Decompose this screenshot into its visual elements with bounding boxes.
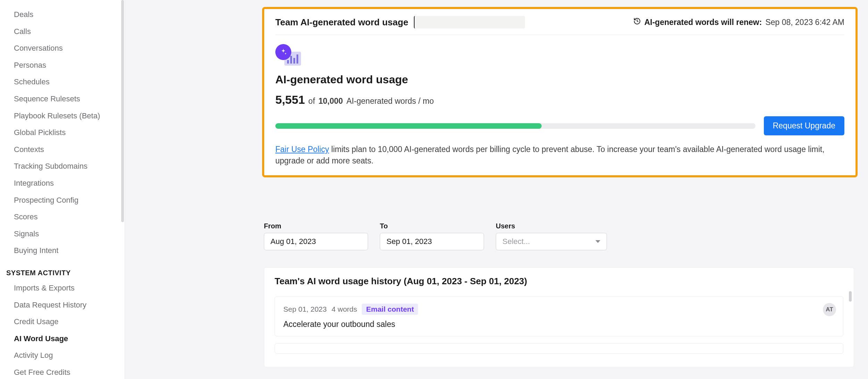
sidebar-item[interactable]: Sequence Rulesets (0, 91, 125, 108)
sidebar-item[interactable]: Integrations (0, 175, 125, 192)
history-card: Team's AI word usage history (Aug 01, 20… (264, 267, 854, 367)
usage-summary-card: Team AI-generated word usage AI-generate… (262, 7, 858, 177)
entry-body: Accelerate your outbound sales (283, 320, 835, 329)
sparkle-icon (275, 44, 291, 60)
sidebar-item[interactable]: Schedules (0, 74, 125, 91)
sidebar-item[interactable]: Imports & Exports (0, 280, 125, 297)
avatar[interactable]: AT (823, 303, 836, 316)
history-entry[interactable]: Sep 01, 20234 wordsEmail contentAccelera… (275, 296, 843, 336)
usage-icon (275, 44, 300, 65)
from-label: From (264, 222, 368, 230)
page-title: Team AI-generated word usage (275, 17, 408, 28)
renew-info: AI-generated words will renew: Sep 08, 2… (633, 17, 844, 27)
sidebar-item[interactable]: Scores (0, 209, 125, 226)
sidebar-item[interactable]: Conversations (0, 40, 125, 57)
request-upgrade-button[interactable]: Request Upgrade (764, 116, 844, 135)
entry-tag: Email content (362, 304, 418, 315)
sidebar-item[interactable]: Get Free Credits (0, 364, 125, 379)
usage-count-line: 5,551 of 10,000 AI-generated words / mo (275, 93, 844, 107)
sidebar-item[interactable]: Buying Intent (0, 242, 125, 259)
main-content: Team AI-generated word usage AI-generate… (125, 0, 868, 379)
entry-date: Sep 01, 2023 (283, 305, 327, 313)
history-icon (633, 17, 641, 27)
fair-use-policy-link[interactable]: Fair Use Policy (275, 145, 329, 154)
usage-limit: 10,000 (318, 96, 343, 106)
sidebar-item[interactable]: Deals (0, 6, 125, 23)
to-date-input[interactable] (380, 233, 484, 250)
sidebar-item[interactable]: Calls (0, 23, 125, 40)
sidebar-item[interactable]: Tracking Subdomains (0, 158, 125, 175)
sidebar-item[interactable]: Signals (0, 226, 125, 243)
policy-text: Fair Use Policy limits plan to 10,000 AI… (275, 144, 844, 167)
sidebar-item[interactable]: Activity Log (0, 347, 125, 364)
redacted-chip (414, 16, 525, 28)
usage-title: AI-generated word usage (275, 73, 844, 86)
sidebar-item[interactable]: Credit Usage (0, 313, 125, 330)
history-entry-placeholder (275, 343, 843, 354)
sidebar-item[interactable]: Personas (0, 57, 125, 74)
chevron-down-icon (595, 240, 600, 243)
from-date-input[interactable] (264, 233, 368, 250)
renew-value: Sep 08, 2023 6:42 AM (765, 18, 844, 27)
history-title: Team's AI word usage history (Aug 01, 20… (275, 276, 843, 287)
sidebar-item[interactable]: Prospecting Config (0, 192, 125, 209)
settings-sidebar: DealsCallsConversationsPersonasSchedules… (0, 0, 125, 379)
usage-of: of (308, 96, 315, 106)
usage-used: 5,551 (275, 93, 305, 107)
policy-body: limits plan to 10,000 AI-generated words… (275, 145, 825, 165)
card-header: Team AI-generated word usage AI-generate… (275, 9, 844, 35)
usage-suffix: AI-generated words / mo (347, 96, 434, 106)
sidebar-item[interactable]: Data Request History (0, 297, 125, 314)
sidebar-item[interactable]: Contexts (0, 141, 125, 158)
filter-bar: From To Users Select... (264, 222, 854, 250)
users-label: Users (496, 222, 607, 230)
to-label: To (380, 222, 484, 230)
entry-word-count: 4 words (332, 305, 357, 313)
sidebar-item[interactable]: AI Word Usage (0, 330, 125, 347)
sidebar-scrollbar[interactable] (121, 0, 124, 222)
usage-progress-bar (275, 123, 756, 129)
sidebar-item[interactable]: Playbook Rulesets (Beta) (0, 108, 125, 125)
sidebar-item[interactable]: Global Picklists (0, 124, 125, 141)
renew-label: AI-generated words will renew: (644, 18, 762, 27)
users-placeholder: Select... (502, 237, 530, 246)
history-scrollbar[interactable] (849, 291, 852, 302)
users-select[interactable]: Select... (496, 233, 607, 250)
sidebar-section-heading: SYSTEM ACTIVITY (0, 259, 125, 280)
usage-progress-fill (275, 123, 542, 129)
